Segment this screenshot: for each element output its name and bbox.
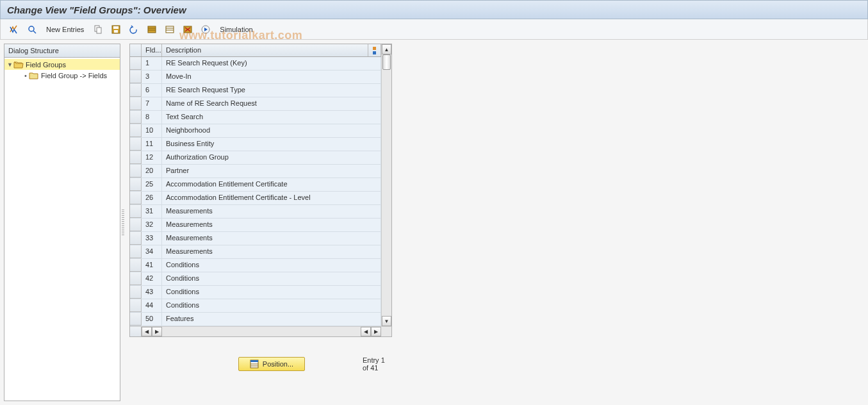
copy-icon[interactable] [90, 22, 106, 37]
find-icon[interactable] [24, 22, 40, 37]
cell-fld[interactable]: 50 [142, 313, 162, 326]
table-row[interactable]: 41Conditions [130, 259, 381, 272]
grid-config-icon[interactable] [368, 44, 381, 56]
cell-fld[interactable]: 44 [142, 299, 162, 312]
table-row[interactable]: 31Measurements [130, 205, 381, 219]
horizontal-scrollbar[interactable]: ◀ ▶ ◀ ▶ [130, 326, 391, 336]
table-row[interactable]: 20Partner [130, 165, 381, 178]
table-row[interactable]: 8Text Search [130, 111, 381, 124]
cell-desc[interactable]: Features [162, 313, 381, 326]
cell-fld[interactable]: 8 [142, 111, 162, 124]
row-selector[interactable] [130, 299, 142, 312]
row-selector[interactable] [130, 272, 142, 285]
cell-desc[interactable]: Neighborhood [162, 124, 381, 137]
cell-desc[interactable]: Conditions [162, 259, 381, 272]
cell-fld[interactable]: 31 [142, 205, 162, 218]
cell-desc[interactable]: Conditions [162, 272, 381, 285]
scroll-right-end-icon[interactable]: ▶ [371, 327, 381, 336]
cell-fld[interactable]: 41 [142, 259, 162, 272]
scroll-left-icon[interactable]: ◀ [142, 327, 152, 336]
cell-fld[interactable]: 1 [142, 57, 162, 70]
row-selector[interactable] [130, 165, 142, 178]
row-selector[interactable] [130, 124, 142, 137]
cell-desc[interactable]: Conditions [162, 286, 381, 299]
table-row[interactable]: 34Measurements [130, 245, 381, 259]
table-row[interactable]: 42Conditions [130, 272, 381, 286]
delete-icon[interactable] [179, 22, 196, 37]
table-row[interactable]: 33Measurements [130, 232, 381, 245]
scroll-up-icon[interactable]: ▲ [382, 44, 391, 54]
row-selector[interactable] [130, 57, 142, 70]
cell-desc[interactable]: Accommodation Entitlement Certificate - … [162, 192, 381, 204]
cell-desc[interactable]: Measurements [162, 232, 381, 245]
hscroll-track[interactable] [162, 327, 361, 336]
tree-expand-icon[interactable]: ▼ [7, 62, 13, 68]
cell-desc[interactable]: Measurements [162, 205, 381, 218]
grid-header-fld[interactable]: Fld... [142, 44, 162, 56]
scroll-thumb[interactable] [382, 54, 391, 70]
tree-node-field-group-fields[interactable]: • Field Group -> Fields [4, 70, 120, 81]
row-selector[interactable] [130, 111, 142, 124]
cell-fld[interactable]: 33 [142, 232, 162, 245]
cell-desc[interactable]: Text Search [162, 111, 381, 124]
cell-desc[interactable]: Measurements [162, 245, 381, 258]
row-selector[interactable] [130, 192, 142, 204]
cell-desc[interactable]: RE Search Request Type [162, 84, 381, 97]
cell-desc[interactable]: Accommodation Entitlement Certificate [162, 178, 381, 191]
cell-fld[interactable]: 20 [142, 165, 162, 178]
cell-desc[interactable]: Authorization Group [162, 151, 381, 164]
cell-desc[interactable]: Measurements [162, 219, 381, 231]
row-selector[interactable] [130, 245, 142, 258]
cell-fld[interactable]: 10 [142, 124, 162, 137]
row-selector[interactable] [130, 219, 142, 231]
cell-desc[interactable]: Move-In [162, 70, 381, 83]
cell-fld[interactable]: 7 [142, 97, 162, 110]
cell-fld[interactable]: 25 [142, 178, 162, 191]
simulation-button[interactable]: Simulation [215, 22, 257, 37]
select-all-icon[interactable] [143, 22, 160, 37]
cell-fld[interactable]: 11 [142, 138, 162, 151]
scroll-track[interactable] [382, 54, 391, 316]
table-row[interactable]: 12Authorization Group [130, 151, 381, 165]
row-selector[interactable] [130, 97, 142, 110]
cell-desc[interactable]: RE Search Request (Key) [162, 57, 381, 70]
cell-fld[interactable]: 6 [142, 84, 162, 97]
table-row[interactable]: 11Business Entity [130, 138, 381, 151]
position-button[interactable]: Position... [238, 357, 305, 371]
grid-header-select[interactable] [130, 44, 142, 56]
cell-fld[interactable]: 42 [142, 272, 162, 285]
row-selector[interactable] [130, 84, 142, 97]
row-selector[interactable] [130, 313, 142, 326]
cell-fld[interactable]: 43 [142, 286, 162, 299]
cell-fld[interactable]: 34 [142, 245, 162, 258]
grid-header-desc[interactable]: Description [162, 44, 368, 56]
cell-desc[interactable]: Business Entity [162, 138, 381, 151]
toggle-display-icon[interactable] [6, 22, 22, 37]
splitter-handle[interactable] [122, 210, 124, 235]
undo-icon[interactable] [126, 22, 142, 37]
table-row[interactable]: 6RE Search Request Type [130, 84, 381, 97]
row-selector[interactable] [130, 232, 142, 245]
row-selector[interactable] [130, 259, 142, 272]
table-row[interactable]: 1RE Search Request (Key) [130, 57, 381, 70]
row-selector[interactable] [130, 178, 142, 191]
table-row[interactable]: 32Measurements [130, 219, 381, 232]
cell-desc[interactable]: Name of RE Search Request [162, 97, 381, 110]
table-row[interactable]: 25Accommodation Entitlement Certificate [130, 178, 381, 192]
cell-fld[interactable]: 12 [142, 151, 162, 164]
table-row[interactable]: 50Features [130, 313, 381, 326]
cell-desc[interactable]: Conditions [162, 299, 381, 312]
scroll-right-icon[interactable]: ▶ [152, 327, 162, 336]
scroll-left-end-icon[interactable]: ◀ [361, 327, 371, 336]
table-row[interactable]: 3Move-In [130, 70, 381, 84]
table-row[interactable]: 26Accommodation Entitlement Certificate … [130, 192, 381, 205]
table-row[interactable]: 7Name of RE Search Request [130, 97, 381, 111]
table-row[interactable]: 44Conditions [130, 299, 381, 313]
new-entries-button[interactable]: New Entries [42, 22, 88, 37]
execute-icon[interactable] [197, 22, 214, 37]
save-icon[interactable] [108, 22, 124, 37]
tree-node-field-groups[interactable]: ▼ Field Groups [4, 59, 120, 70]
scroll-down-icon[interactable]: ▼ [382, 316, 391, 326]
deselect-all-icon[interactable] [161, 22, 178, 37]
row-selector[interactable] [130, 138, 142, 151]
